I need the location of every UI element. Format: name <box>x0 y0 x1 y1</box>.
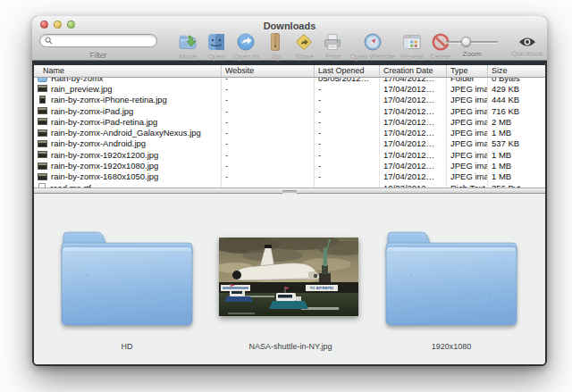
eye-icon <box>509 36 545 47</box>
zip-archive-icon <box>264 31 287 52</box>
preview-pane: HD <box>34 194 545 364</box>
preview-item-1920-folder[interactable] <box>375 221 527 329</box>
toolbar-button-share[interactable]: Share <box>290 31 318 61</box>
pane-splitter[interactable] <box>34 188 545 194</box>
zoom-slider-knob[interactable] <box>461 37 471 46</box>
filter-input[interactable] <box>53 35 152 46</box>
downloads-window: Downloads Filter Move <box>32 16 547 366</box>
toolbar-button-zip[interactable]: Zip <box>261 31 290 61</box>
preview-label-hd: HD <box>51 342 203 351</box>
search-icon <box>45 37 53 45</box>
file-list: Rain-by-zomx - 05/05/2012… 17/04/2012… F… <box>34 78 545 188</box>
quicklook-button[interactable]: Quicklook <box>509 36 545 58</box>
filter-field[interactable] <box>39 34 157 47</box>
preview-item-nasa-photo[interactable]: TO INTREPID <box>219 238 358 316</box>
table-row[interactable]: rain-by-zomx-1680x1050.jpg - - 17/04/201… <box>34 171 545 182</box>
preview-label-nasa: NASA-shuttle-in-NY.jpg <box>210 342 371 351</box>
toolbar-button-move[interactable]: Move <box>173 31 202 61</box>
list-header: Name Website Last Opened Creation Date T… <box>34 65 545 78</box>
move-folder-icon <box>176 31 199 52</box>
share-icon <box>292 31 315 52</box>
nasa-shuttle-photo: TO INTREPID <box>219 238 358 316</box>
image-icon <box>38 173 47 180</box>
content-area: Name Website Last Opened Creation Date T… <box>34 65 545 364</box>
zoom-control: Zoom <box>444 37 500 58</box>
globe-icon <box>361 31 384 52</box>
zoom-slider-track <box>446 41 498 43</box>
folder-icon <box>375 221 527 329</box>
titlebar[interactable]: Downloads <box>32 16 547 30</box>
window-title: Downloads <box>32 16 547 31</box>
table-row[interactable]: rain-by-zomx-iPhone-retina.jpg - - 17/04… <box>34 95 545 105</box>
window-chrome: Downloads Filter Move <box>32 16 547 61</box>
minimize-button[interactable] <box>54 21 62 29</box>
screenshot-canvas: { "window": { "title": "Downloads", "tra… <box>0 0 572 392</box>
column-header-website[interactable]: Website <box>222 65 315 77</box>
splitter-handle[interactable] <box>282 190 297 193</box>
zoom-button[interactable] <box>67 21 75 29</box>
zoom-slider[interactable] <box>444 37 500 47</box>
table-row[interactable]: rain-by-zomx-iPad-retina.jpg - - 17/04/2… <box>34 116 545 127</box>
column-header-name[interactable]: Name <box>34 65 222 77</box>
finder-icon <box>205 31 228 52</box>
toolbar-button-open-in[interactable]: Open In <box>231 31 261 61</box>
filter-group: Filter <box>39 34 157 60</box>
image-icon <box>38 85 47 92</box>
table-row[interactable]: rain_preview.jpg - - 17/04/2012… JPEG im… <box>34 83 545 94</box>
table-row[interactable]: rain-by-zomx-Android.jpg - - 17/04/2012…… <box>34 138 545 149</box>
table-row[interactable]: rain-by-zomx-1920x1200.jpg - - 17/04/201… <box>34 149 545 160</box>
image-icon <box>38 118 47 125</box>
folder-icon <box>38 78 47 82</box>
banner-text: TO INTREPID <box>310 286 333 290</box>
quicklook-label: Quicklook <box>509 50 545 58</box>
zoom-label: Zoom <box>444 50 500 58</box>
toolbar-button-open[interactable]: Open <box>202 31 231 61</box>
preview-label-1920: 1920x1080 <box>375 342 527 351</box>
image-icon <box>38 163 47 170</box>
folder-icon <box>51 221 203 329</box>
image-icon <box>38 129 47 137</box>
column-header-type[interactable]: Type <box>447 65 488 77</box>
toolbar-button-open-website[interactable]: Open Website <box>347 31 398 61</box>
image-icon <box>38 151 47 158</box>
image-icon <box>38 107 47 114</box>
image-portrait-icon <box>39 96 46 104</box>
toolbar-buttons: Move Open Open In Zip Share <box>173 31 455 61</box>
close-button[interactable] <box>40 21 48 29</box>
open-in-icon <box>234 31 257 52</box>
toolbar-button-reveal[interactable]: Reveal <box>398 31 426 61</box>
column-header-size[interactable]: Size <box>488 65 545 77</box>
toolbar-button-print[interactable]: Print <box>318 31 347 61</box>
printer-icon <box>321 31 344 52</box>
image-icon <box>38 140 47 147</box>
reveal-window-icon <box>400 31 424 52</box>
table-row[interactable]: rain-by-zomx-iPad.jpg - - 17/04/2012… JP… <box>34 105 545 116</box>
toolbar: Filter Move Open Open In Zip <box>32 30 547 61</box>
table-row[interactable]: rain-by-zomx-Android_GalaxyNexus.jpg - -… <box>34 127 545 138</box>
table-row[interactable]: rain-by-zomx-1920x1080.jpg - - 17/04/201… <box>34 160 545 171</box>
column-header-last-opened[interactable]: Last Opened <box>315 65 380 77</box>
traffic-lights <box>40 21 75 29</box>
filter-label: Filter <box>39 51 157 60</box>
preview-item-hd-folder[interactable] <box>51 221 203 329</box>
column-header-creation-date[interactable]: Creation Date <box>380 65 447 77</box>
